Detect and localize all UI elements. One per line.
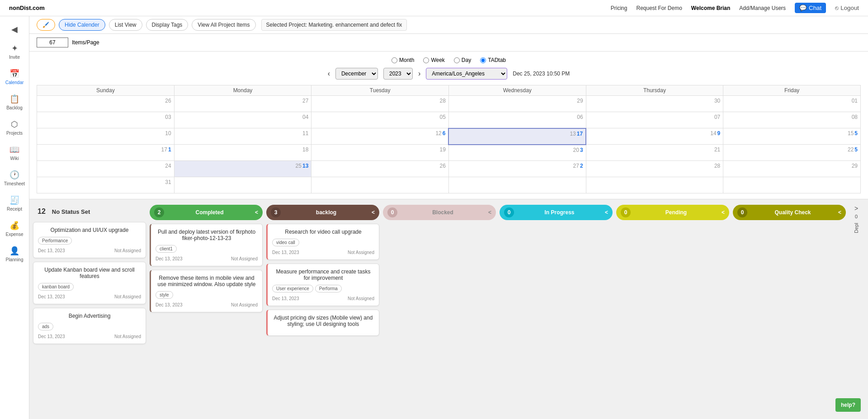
vertical-count: 0 (855, 214, 858, 219)
card-date: Dec 13, 2023 (272, 250, 299, 255)
col-arrow-completed[interactable]: < (255, 209, 258, 216)
calendar-cell[interactable]: 155 (723, 128, 861, 145)
calendar-cell[interactable]: 203 (448, 145, 586, 161)
calendar-cell[interactable]: 149 (586, 128, 723, 145)
nav-add-manage[interactable]: Add/Manage Users (739, 5, 786, 11)
calendar-cell[interactable]: 171 (37, 145, 175, 161)
nav-pricing[interactable]: Pricing (611, 5, 627, 11)
kanban-col-blocked: 0 Blocked < (383, 205, 496, 224)
calendar-cell[interactable]: 01 (723, 96, 861, 112)
calendar-cell[interactable] (311, 177, 449, 193)
card-tag: Performa (315, 285, 342, 292)
col-count-blocked: 0 (387, 207, 397, 217)
help-button[interactable]: help? (835, 398, 861, 412)
calendar-cell[interactable]: 225 (723, 145, 861, 161)
next-month-button[interactable]: › (418, 70, 420, 78)
calendar-cell[interactable]: 30 (586, 96, 723, 112)
sidebar-item-planning[interactable]: 👤 Planning (2, 242, 27, 266)
col-arrow-in-progress[interactable]: < (605, 209, 608, 216)
calendar-cell[interactable] (174, 177, 311, 193)
calendar-cell[interactable]: 03 (37, 112, 175, 128)
calendar-cell[interactable]: 07 (586, 112, 723, 128)
calendar-cell[interactable]: 26 (311, 161, 449, 177)
calendar-cell[interactable]: 28 (311, 96, 449, 112)
kanban-card[interactable]: Research for video call upgrade video ca… (266, 224, 379, 260)
sidebar-item-timesheet[interactable]: 🕐 Timesheet (2, 166, 27, 190)
calendar-cell[interactable]: 31 (37, 177, 175, 193)
calendar-grid: Sunday Monday Tuesday Wednesday Thursday… (37, 85, 861, 193)
items-per-page-row: Items/Page (29, 34, 868, 52)
calendar-cell[interactable]: 21 (586, 145, 723, 161)
kanban-card[interactable]: Adjust pricing div sizes (Mobile view) a… (266, 310, 379, 336)
hide-calendar-button[interactable]: Hide Calender (59, 19, 105, 31)
calendar-cell[interactable]: 18 (174, 145, 311, 161)
list-view-button[interactable]: List View (109, 19, 142, 31)
calendar-cell[interactable]: 19 (311, 145, 449, 161)
sidebar-item-calendar[interactable]: 📅 Calendar (2, 65, 27, 89)
kanban-card[interactable]: Remove these items in mobile view and us… (150, 270, 263, 312)
col-arrow-blocked[interactable]: < (488, 209, 491, 216)
backlog-icon: 📋 (9, 94, 19, 104)
calendar-cell[interactable]: 26 (37, 96, 175, 112)
kanban-col-in-progress: 0 In Progress < (500, 205, 613, 224)
card-assignee: Not Assigned (348, 250, 374, 255)
vertical-arrow[interactable]: > (854, 205, 858, 212)
display-tags-button[interactable]: Display Tags (146, 19, 189, 31)
kanban-card[interactable]: Update Kanban board view and scroll feat… (33, 262, 146, 304)
calendar-cell[interactable]: 272 (448, 161, 586, 177)
month-select[interactable]: December (335, 68, 378, 80)
view-all-button[interactable]: View All Project Items (192, 19, 255, 31)
col-count-pending: 0 (621, 207, 631, 217)
calendar-cell[interactable]: 126 (311, 128, 449, 145)
calendar-nav: ‹ December 2023 › America/Los_Angeles De… (37, 68, 861, 80)
calendar-cell[interactable]: 11 (174, 128, 311, 145)
calendar-cell[interactable]: 2513 (174, 161, 311, 177)
sidebar-collapse[interactable]: ◀ (2, 21, 27, 38)
sidebar-item-expense[interactable]: 💰 Expense (2, 217, 27, 240)
nav-request-demo[interactable]: Request For Demo (636, 5, 682, 11)
timezone-select[interactable]: America/Los_Angeles (426, 68, 507, 80)
kanban-card[interactable]: Pull and deploy latest version of fkrpho… (150, 224, 263, 266)
col-count-in-progress: 0 (504, 207, 514, 217)
card-title: Research for video call upgrade (272, 229, 374, 235)
calendar-cell[interactable]: 04 (174, 112, 311, 128)
sidebar-item-backlog[interactable]: 📋 Backlog (2, 90, 27, 114)
tab-month[interactable]: Month (392, 57, 414, 63)
col-monday: Monday (174, 85, 311, 96)
receipt-icon: 🧾 (9, 195, 19, 205)
sidebar-item-invite[interactable]: ✦ Invite (2, 40, 27, 63)
calendar-icon: 📅 (9, 69, 19, 79)
calendar-cell[interactable]: 06 (448, 112, 586, 128)
tab-week[interactable]: Week (423, 57, 444, 63)
sidebar: ◀ ✦ Invite 📅 Calendar 📋 Backlog ⬡ Projec… (0, 16, 29, 419)
items-per-page-input[interactable] (37, 38, 68, 47)
kanban-card[interactable]: Begin Advertising ads Dec 13, 2023 Not A… (33, 308, 146, 344)
tab-tadtab[interactable]: TADtab (480, 57, 506, 63)
calendar-cell[interactable]: 1317 (448, 128, 586, 145)
col-arrow-pending[interactable]: < (722, 209, 725, 216)
calendar-cell[interactable] (586, 177, 723, 193)
logout-button[interactable]: ⎋ Logout (835, 5, 859, 11)
calendar-cell[interactable] (723, 177, 861, 193)
calendar-cell[interactable]: 05 (311, 112, 449, 128)
col-arrow-backlog[interactable]: < (372, 209, 375, 216)
prev-month-button[interactable]: ‹ (328, 70, 330, 78)
sidebar-item-receipt[interactable]: 🧾 Receipt (2, 192, 27, 215)
calendar-cell[interactable]: 29 (448, 96, 586, 112)
calendar-cell[interactable]: 27 (174, 96, 311, 112)
year-select[interactable]: 2023 (383, 68, 413, 80)
kanban-card[interactable]: Optimization and UI/UX upgrade Performan… (33, 222, 146, 258)
calendar-cell[interactable]: 10 (37, 128, 175, 145)
col-arrow-quality-check[interactable]: < (838, 209, 841, 216)
sidebar-item-projects[interactable]: ⬡ Projects (2, 116, 27, 139)
tab-day[interactable]: Day (454, 57, 471, 63)
chat-button[interactable]: 💬 Chat (795, 3, 826, 13)
calendar-cell[interactable]: 29 (723, 161, 861, 177)
calendar-cell[interactable] (448, 177, 586, 193)
paint-brush-button[interactable]: 🖌️ (37, 19, 55, 31)
calendar-cell[interactable]: 24 (37, 161, 175, 177)
calendar-cell[interactable]: 28 (586, 161, 723, 177)
sidebar-item-wiki[interactable]: 📖 Wiki (2, 141, 27, 165)
kanban-card[interactable]: Measure performance and create tasks for… (266, 264, 379, 306)
calendar-cell[interactable]: 08 (723, 112, 861, 128)
